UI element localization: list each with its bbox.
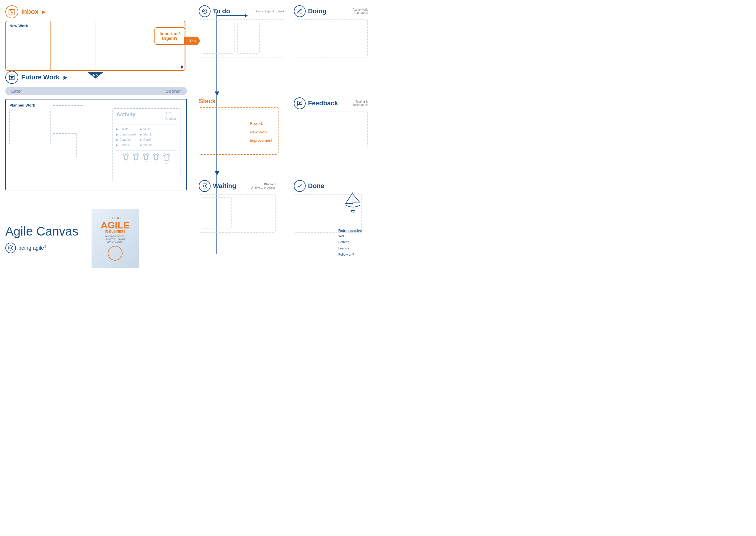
waiting-subtitle: Blocked Unable to progress (251, 183, 276, 189)
todo-card-2 (237, 23, 259, 54)
future-work-icon (5, 71, 18, 84)
future-work-arrow: ▶ (63, 75, 67, 80)
tshirt-m-label: M (142, 160, 150, 163)
retrospective-items: Well? Better? Learnt? Follow on? (338, 233, 362, 258)
slack-title: Slack (199, 97, 216, 105)
feedback-header: Feedback Testing & acceptance (294, 97, 368, 109)
new-work-label: New Work (10, 24, 28, 28)
activity-duration: Duration: (164, 117, 177, 120)
done-section: Done Retrospective (294, 180, 362, 233)
tshirt-row: XS S M (116, 153, 177, 164)
feedback-title: Feedback (308, 99, 338, 107)
no-arrow-container: No (87, 72, 104, 79)
being-agile-icon (5, 243, 16, 253)
waiting-cards-area (199, 194, 276, 233)
tshirt-xl: XL (162, 153, 171, 164)
planned-card-1 (10, 109, 51, 144)
tshirt-l-label: L (152, 160, 160, 163)
slack-item-newwork: New Work (250, 128, 272, 137)
complexity-item-4: ▶ Chaotic (116, 143, 136, 148)
planned-work-label: Planned Work (10, 103, 35, 108)
planned-card-2 (52, 105, 84, 132)
todo-cards-area (199, 19, 284, 58)
activity-divider (116, 124, 177, 125)
book-mockup: BEING AGILE IN BUSINESS DISCOVER FASTER,… (91, 209, 139, 268)
doing-cards-area (294, 19, 368, 58)
arrow-head-down-2 (215, 171, 220, 175)
waiting-section: Waiting Blocked Unable to progress (199, 180, 276, 233)
slack-header: Slack (199, 97, 284, 105)
future-section: Future Work ▶ Later Sooner Planned Work … (5, 71, 187, 190)
feedback-icon (294, 97, 306, 109)
arrow-head-down-1 (215, 91, 220, 96)
important-urgent-text: Important/ Urgent? (160, 31, 180, 41)
slack-item-improvement: Improvement (250, 136, 272, 145)
sailboat-icon (343, 189, 363, 214)
todo-subtitle: Current sprint of work (256, 10, 284, 13)
waiting-header: Waiting Blocked Unable to progress (199, 180, 276, 192)
arrow-head (181, 65, 184, 69)
tshirt-m: M (142, 153, 150, 164)
inbox-box: New Work Important/ Urgent? Yes No (5, 21, 186, 71)
book-agile: AGILE (101, 220, 130, 230)
todo-card-1 (202, 23, 234, 54)
inbox-arrow: ▶ (42, 9, 45, 15)
slack-item-rework: Rework (250, 119, 272, 128)
sooner-label: Sooner (166, 88, 181, 93)
agile-canvas-title: Agile Canvas (5, 224, 78, 239)
book-being: BEING (109, 217, 121, 220)
inbox-title: Inbox (21, 8, 39, 16)
retro-item-1: Well? (338, 233, 362, 239)
complexity-item-1: ▶ Simple (116, 127, 136, 132)
tshirt-xs: XS (122, 153, 130, 164)
priority-item-2: ▶ Should (140, 132, 153, 137)
activity-due: Due: (164, 112, 177, 115)
book-in-business: IN BUSINESS (105, 230, 125, 233)
complexity-item-3: ▶ Complex (116, 137, 136, 143)
priority-list: ▶ Must ▶ Should ▶ Could ▶ Would (140, 127, 153, 148)
activity-lists: ▶ Simple ▶ Complicated ▶ Complex ▶ Chaot… (116, 127, 177, 148)
done-icon (294, 180, 306, 192)
complexity-list: ▶ Simple ▶ Complicated ▶ Complex ▶ Chaot… (116, 127, 136, 148)
waiting-icon (199, 180, 211, 192)
right-panel: To do Current sprint of work Doing Activ… (193, 0, 378, 268)
complexity-item-2: ▶ Complicated (116, 132, 136, 137)
done-title: Done (308, 182, 324, 190)
future-work-area: Planned Work Activity Due: Duration: (5, 99, 187, 190)
todo-title: To do (213, 7, 230, 15)
future-work-title: Future Work (21, 74, 59, 81)
todo-icon (199, 5, 211, 17)
waiting-card-1 (202, 197, 231, 228)
inbox-col-3 (95, 21, 140, 70)
book-subtitle: DISCOVER FASTER,SMARTER, LEANERWAYS TO W… (105, 235, 125, 244)
svg-point-7 (8, 246, 13, 250)
doing-header: Doing Active work in progess (294, 5, 368, 17)
slack-section: Slack Rework New Work Improvement (199, 97, 284, 155)
retro-item-3: Learnt? (338, 245, 362, 251)
feedback-cards-area (294, 112, 368, 147)
being-agile-text: being agile® (18, 245, 46, 251)
branding-section: Agile Canvas being agile® (5, 224, 78, 253)
inbox-to-future-arrow (16, 67, 182, 67)
doing-subtitle: Active work in progess (353, 8, 368, 15)
later-label: Later (11, 88, 22, 93)
left-panel: Inbox ▶ New Work Important/ Urgent? Yes … (0, 0, 192, 268)
inbox-col-1: New Work (6, 21, 51, 70)
tshirt-l: L (152, 153, 160, 164)
tshirt-xs-label: XS (122, 160, 130, 163)
activity-meta: Due: Duration: (164, 112, 177, 123)
activity-card: Activity Due: Duration: ▶ Simple ▶ C (113, 108, 181, 182)
being-agile-logo: being agile® (5, 243, 78, 253)
feedback-subtitle: Testing & acceptance (353, 100, 368, 107)
priority-item-4: ▶ Would (140, 143, 153, 148)
priority-item-1: ▶ Must (140, 127, 153, 132)
slack-area: Rework New Work Improvement (199, 108, 279, 155)
retro-item-2: Better? (338, 239, 362, 245)
doing-icon (294, 5, 306, 17)
slack-items: Rework New Work Improvement (250, 119, 272, 145)
inbox-col-4: Important/ Urgent? Yes (140, 21, 185, 70)
later-sooner-bar: Later Sooner (5, 87, 187, 95)
todo-header: To do Current sprint of work (199, 5, 284, 17)
no-arrow: No (87, 72, 104, 79)
tshirt-s: S (132, 153, 140, 164)
